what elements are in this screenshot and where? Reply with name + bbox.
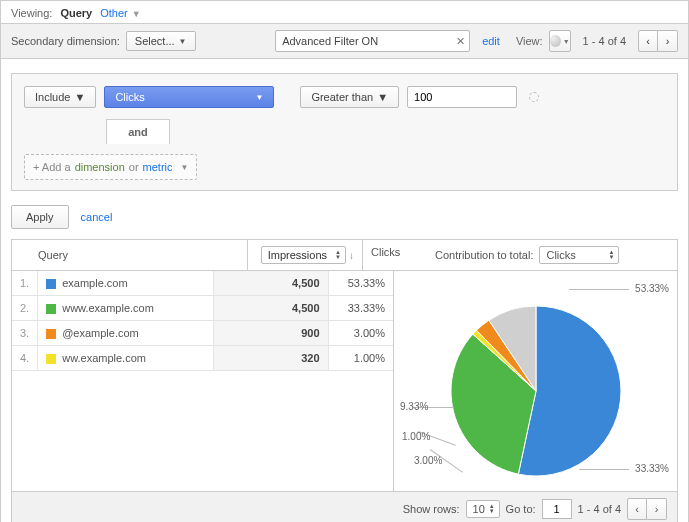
color-swatch: [46, 329, 56, 339]
report-panel: Viewing: Query Other ▼ Secondary dimensi…: [0, 0, 689, 522]
chevron-down-icon: ▼: [377, 91, 388, 103]
table-row[interactable]: 4.ww.example.com3201.00%: [12, 346, 393, 371]
chart-type-button[interactable]: ▼: [549, 30, 571, 52]
page-next-button[interactable]: ›: [647, 498, 667, 520]
row-clicks: 53.33%: [328, 271, 393, 296]
and-tab: and: [106, 119, 170, 144]
stepper-icon: ▲▼: [333, 248, 343, 262]
sort-desc-icon: ↓: [349, 250, 354, 261]
row-query: ww.example.com: [38, 346, 213, 371]
row-impressions: 4,500: [213, 296, 328, 321]
stepper-icon: ▲▼: [487, 502, 497, 516]
advanced-filter-panel: Include ▼ Clicks ▼ Greater than ▼ and + …: [11, 73, 678, 191]
row-index: 2.: [12, 296, 38, 321]
filter-box: ✕: [275, 30, 470, 52]
apply-row: Apply cancel: [1, 191, 688, 239]
row-clicks: 1.00%: [328, 346, 393, 371]
chevron-down-icon: ▼: [179, 37, 187, 46]
viewing-label: Viewing:: [11, 7, 52, 19]
chevron-down-icon: ▼: [255, 93, 263, 102]
page-prev-button[interactable]: ‹: [627, 498, 647, 520]
row-index: 1.: [12, 271, 38, 296]
table-header: Query Impressions ▲▼ ↓ Clicks Contributi…: [12, 240, 677, 271]
chevron-down-icon: ▼: [181, 163, 189, 172]
goto-input[interactable]: [542, 499, 572, 519]
pie-icon: [550, 35, 561, 47]
color-swatch: [46, 304, 56, 314]
paging-text: 1 - 4 of 4: [583, 35, 626, 47]
apply-button[interactable]: Apply: [11, 205, 69, 229]
row-impressions: 900: [213, 321, 328, 346]
secondary-dimension-value: Select...: [135, 35, 175, 47]
tab-query[interactable]: Query: [60, 7, 92, 23]
pie-label: 53.33%: [635, 283, 669, 294]
operator-select[interactable]: Greater than ▼: [300, 86, 399, 108]
column-header-query[interactable]: Query: [30, 240, 247, 270]
add-condition-button[interactable]: + Add a dimension or metric ▼: [24, 154, 197, 180]
secondary-dimension-select[interactable]: Select... ▼: [126, 31, 196, 51]
row-query: @example.com: [38, 321, 213, 346]
column-header-impressions[interactable]: Impressions ▲▼ ↓: [247, 240, 362, 270]
row-index: 3.: [12, 321, 38, 346]
tab-other[interactable]: Other: [100, 7, 128, 23]
secondary-dimension-label: Secondary dimension:: [11, 35, 120, 47]
table-row[interactable]: 3.@example.com9003.00%: [12, 321, 393, 346]
impressions-metric-select[interactable]: Impressions ▲▼: [261, 246, 346, 264]
row-query: example.com: [38, 271, 213, 296]
color-swatch: [46, 279, 56, 289]
chevron-down-icon: ▼: [563, 38, 570, 45]
row-query: www.example.com: [38, 296, 213, 321]
show-rows-label: Show rows:: [403, 503, 460, 515]
goto-label: Go to:: [506, 503, 536, 515]
stepper-icon: ▲▼: [606, 248, 616, 262]
show-rows-select[interactable]: 10 ▲▼: [466, 500, 500, 518]
chevron-down-icon: ▼: [74, 91, 85, 103]
pie-label: 1.00%: [402, 431, 430, 442]
edit-filter-link[interactable]: edit: [482, 35, 500, 47]
pie-chart: 53.33% 33.33% 9.33% 3.00% 1.00%: [394, 271, 677, 491]
cancel-link[interactable]: cancel: [81, 211, 113, 223]
contribution-header: Contribution to total: Clicks ▲▼: [427, 240, 677, 270]
page-next-button[interactable]: ›: [658, 30, 678, 52]
filter-condition-row: Include ▼ Clicks ▼ Greater than ▼: [12, 74, 677, 120]
row-clicks: 33.33%: [328, 296, 393, 321]
page-prev-button[interactable]: ‹: [638, 30, 658, 52]
metric-select[interactable]: Clicks ▼: [104, 86, 274, 108]
chevron-down-icon: ▼: [132, 9, 141, 19]
filter-input[interactable]: [276, 35, 451, 47]
view-label: View:: [516, 35, 543, 47]
pie-label: 33.33%: [635, 463, 669, 474]
pie-label: 3.00%: [414, 455, 442, 466]
data-table: Query Impressions ▲▼ ↓ Clicks Contributi…: [11, 239, 678, 492]
toolbar: Secondary dimension: Select... ▼ ✕ edit …: [1, 24, 688, 59]
filter-value-input[interactable]: [407, 86, 517, 108]
table-row[interactable]: 1.example.com4,50053.33%: [12, 271, 393, 296]
report-body: 1.example.com4,50053.33%2.www.example.co…: [12, 271, 677, 491]
row-impressions: 320: [213, 346, 328, 371]
table-footer: Show rows: 10 ▲▼ Go to: 1 - 4 of 4 ‹ ›: [11, 491, 678, 522]
table-row[interactable]: 2.www.example.com4,50033.33%: [12, 296, 393, 321]
clear-filter-icon[interactable]: ✕: [451, 35, 469, 48]
row-index: 4.: [12, 346, 38, 371]
data-column: 1.example.com4,50053.33%2.www.example.co…: [12, 271, 394, 491]
color-swatch: [46, 354, 56, 364]
row-impressions: 4,500: [213, 271, 328, 296]
column-header-clicks[interactable]: Clicks: [362, 240, 427, 270]
row-clicks: 3.00%: [328, 321, 393, 346]
include-exclude-select[interactable]: Include ▼: [24, 86, 96, 108]
pie-label: 9.33%: [400, 401, 428, 412]
dimension-tabs: Viewing: Query Other ▼: [1, 1, 688, 24]
remove-condition-icon[interactable]: [529, 92, 539, 102]
footer-paging: 1 - 4 of 4: [578, 503, 621, 515]
contribution-metric-select[interactable]: Clicks ▲▼: [539, 246, 619, 264]
